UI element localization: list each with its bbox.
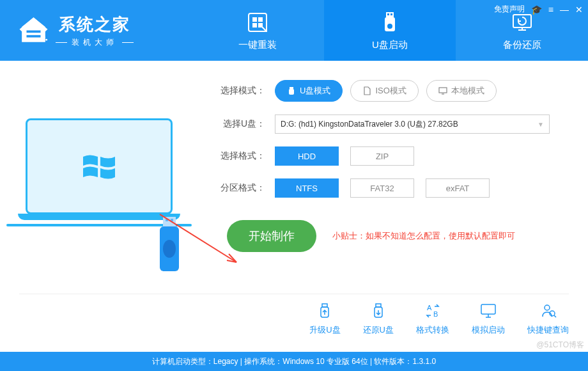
svg-rect-7 xyxy=(252,23,257,28)
chevron-down-icon: ▼ xyxy=(538,121,544,128)
close-button[interactable]: ✕ xyxy=(575,4,583,15)
watermark: @51CTO博客 xyxy=(536,340,584,351)
tool-upgrade-usb[interactable]: 升级U盘 xyxy=(309,301,340,336)
mode-usb[interactable]: U盘模式 xyxy=(275,80,343,102)
tab-label: 一键重装 xyxy=(238,39,277,51)
usb-label: 选择U盘： xyxy=(217,118,265,130)
mode-label: 选择模式： xyxy=(217,85,265,97)
tool-convert[interactable]: AB 格式转换 xyxy=(416,301,449,336)
svg-point-2 xyxy=(43,36,45,39)
svg-rect-11 xyxy=(391,13,392,15)
svg-rect-0 xyxy=(27,31,41,33)
fmt-hdd[interactable]: HDD xyxy=(275,146,339,166)
svg-rect-16 xyxy=(166,219,168,221)
svg-rect-9 xyxy=(386,12,394,17)
windows-install-icon xyxy=(245,10,270,35)
svg-rect-21 xyxy=(289,89,294,95)
tab-reinstall[interactable]: 一键重装 xyxy=(192,0,324,61)
tool-simulate[interactable]: 模拟启动 xyxy=(472,301,505,336)
format-label: 选择格式： xyxy=(217,150,265,162)
tool-hotkey[interactable]: 快捷键查询 xyxy=(527,301,569,336)
minimize-button[interactable]: — xyxy=(560,4,569,15)
partition-label: 分区格式： xyxy=(217,182,265,194)
part-ntfs[interactable]: NTFS xyxy=(275,178,339,198)
tab-label: 备份还原 xyxy=(503,39,541,51)
svg-text:A: A xyxy=(427,304,432,312)
svg-rect-29 xyxy=(481,304,495,314)
svg-point-19 xyxy=(163,240,176,258)
logo: 系统之家 装机大师 xyxy=(0,13,192,48)
monitor-small-icon xyxy=(438,86,447,95)
usb-small-icon xyxy=(287,86,296,95)
tab-label: U盘启动 xyxy=(372,39,408,51)
fmt-zip[interactable]: ZIP xyxy=(350,146,414,166)
graduation-icon[interactable]: 🎓 xyxy=(531,4,542,15)
usb-icon xyxy=(377,10,403,35)
settings-icon[interactable]: ≡ xyxy=(548,4,553,15)
convert-icon: AB xyxy=(423,301,442,320)
usb-select-value: D:G: (hd1) KingstonDataTraveler 3.0 (U盘)… xyxy=(281,119,458,130)
svg-text:B: B xyxy=(433,310,438,318)
status-bar: 计算机启动类型：Legacy | 操作系统：Windows 10 专业版 64位… xyxy=(0,352,588,371)
windows-flag-icon xyxy=(80,150,118,182)
svg-point-3 xyxy=(45,39,47,41)
svg-rect-1 xyxy=(27,35,41,38)
tool-restore-usb[interactable]: 还原U盘 xyxy=(363,301,394,336)
svg-rect-17 xyxy=(171,219,173,221)
svg-rect-20 xyxy=(290,87,293,89)
mode-local[interactable]: 本地模式 xyxy=(426,80,497,102)
part-fat32[interactable]: FAT32 xyxy=(350,178,414,198)
tip-text: 小贴士：如果不知道怎么配置，使用默认配置即可 xyxy=(332,230,515,242)
mode-iso[interactable]: ISO模式 xyxy=(350,80,418,102)
usb-down-icon xyxy=(369,301,388,320)
start-button[interactable]: 开始制作 xyxy=(227,220,316,252)
usb-up-icon xyxy=(315,301,334,320)
svg-rect-15 xyxy=(163,217,176,226)
divider xyxy=(19,294,569,294)
svg-rect-10 xyxy=(387,13,389,15)
usb-stick-icon xyxy=(153,214,185,278)
svg-rect-6 xyxy=(258,17,263,22)
svg-rect-5 xyxy=(252,17,257,22)
svg-point-30 xyxy=(545,305,550,310)
disclaimer-link[interactable]: 免责声明 xyxy=(494,4,525,15)
search-person-icon xyxy=(539,301,558,320)
tab-usb-boot[interactable]: U盘启动 xyxy=(324,0,456,61)
house-icon xyxy=(16,13,51,48)
svg-point-13 xyxy=(387,24,392,29)
logo-title: 系统之家 xyxy=(59,13,130,36)
illustration xyxy=(26,80,198,252)
iso-icon xyxy=(362,86,371,95)
svg-rect-22 xyxy=(439,88,447,93)
logo-subtitle: 装机大师 xyxy=(59,37,130,48)
monitor-icon xyxy=(479,301,498,320)
usb-select[interactable]: D:G: (hd1) KingstonDataTraveler 3.0 (U盘)… xyxy=(275,114,550,134)
part-exfat[interactable]: exFAT xyxy=(426,178,490,198)
